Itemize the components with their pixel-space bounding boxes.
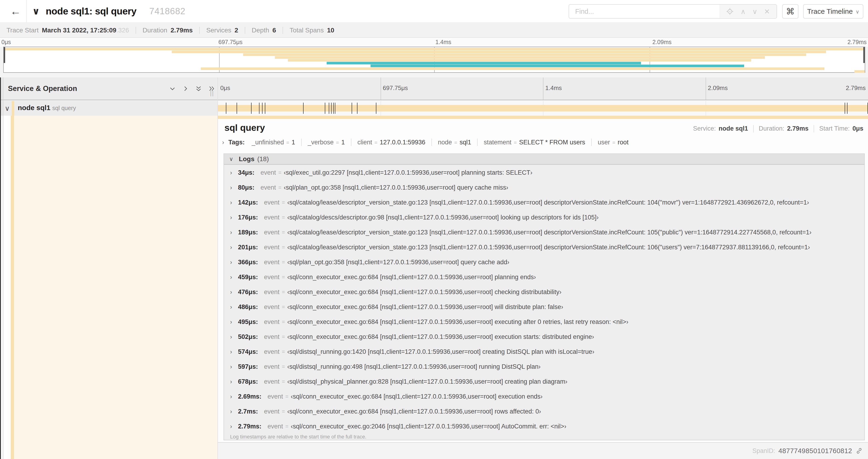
- logs-label: Logs: [239, 155, 254, 163]
- expand-one-icon[interactable]: [182, 85, 189, 92]
- log-equals: =: [282, 349, 285, 355]
- logs-header[interactable]: ∨ Logs (18): [224, 154, 864, 165]
- log-event-marker: [259, 103, 259, 114]
- trace-view-label: Trace Timeline: [807, 7, 853, 15]
- log-equals: =: [285, 393, 288, 400]
- summary-label: Duration: [143, 27, 167, 34]
- log-field-key: event: [264, 303, 280, 311]
- log-message: ‹sql/conn_executor_exec.go:684 [nsql1,cl…: [287, 273, 536, 281]
- minimap-canvas[interactable]: [3, 47, 865, 73]
- trace-summary: Trace Start March 31 2022, 17:25:09 .326…: [0, 23, 868, 38]
- collapse-all-icon[interactable]: [195, 85, 202, 92]
- locate-icon[interactable]: [726, 7, 734, 15]
- find-group: ∧ ∨ ✕: [569, 4, 777, 19]
- minimap-span: [288, 59, 751, 62]
- log-row[interactable]: › 80μs: event = ‹sql/plan_opt.go:358 [ns…: [224, 180, 864, 195]
- log-row[interactable]: › 495μs: event = ‹sql/conn_executor_exec…: [224, 315, 864, 329]
- log-timestamp: 2.69ms:: [238, 393, 261, 400]
- log-event-marker: [251, 103, 251, 114]
- chevron-right-icon: ›: [222, 139, 224, 146]
- log-equals: =: [282, 334, 285, 340]
- log-timestamp: 189μs:: [238, 229, 258, 236]
- summary-item: Services 2: [206, 27, 238, 34]
- service-color-stripe: [12, 101, 14, 116]
- log-field-key: event: [264, 348, 280, 355]
- keyboard-shortcuts-button[interactable]: ⌘: [782, 4, 799, 19]
- span-row-name-cell[interactable]: ∨ node sql1 sql query: [0, 101, 217, 116]
- log-timestamp: 80μs:: [238, 184, 254, 191]
- summary-item: Depth 6: [252, 27, 276, 34]
- tick-label: 2.09ms: [706, 85, 728, 92]
- log-timestamp: 678μs:: [238, 378, 258, 385]
- tag-separator: [351, 138, 351, 146]
- log-field-key: event: [264, 259, 280, 266]
- summary-item: Trace Start March 31 2022, 17:25:09 .326: [6, 27, 129, 34]
- log-row[interactable]: › 2.7ms: event = ‹sql/conn_executor_exec…: [224, 404, 864, 419]
- log-timestamp: 2.79ms:: [238, 423, 261, 430]
- chevron-down-icon[interactable]: ∨: [752, 7, 757, 15]
- log-equals: =: [282, 214, 285, 221]
- collapse-one-icon[interactable]: [169, 85, 176, 92]
- minimap-scrubber-right[interactable]: [863, 47, 865, 63]
- log-row[interactable]: › 2.79ms: event = ‹sql/conn_executor_exe…: [224, 419, 864, 434]
- chevron-down-icon[interactable]: ∨: [5, 104, 10, 112]
- log-timestamp: 495μs:: [238, 318, 258, 326]
- log-row[interactable]: › 34μs: event = ‹sql/exec_util.go:2297 […: [224, 165, 864, 180]
- summary-label: Total Spans: [289, 27, 323, 34]
- log-row[interactable]: › 486μs: event = ‹sql/conn_executor_exec…: [224, 299, 864, 315]
- log-row[interactable]: › 597μs: event = ‹sql/distsql_running.go…: [224, 359, 864, 374]
- log-row[interactable]: › 189μs: event = ‹sql/catalog/lease/desc…: [224, 225, 864, 240]
- chevron-down-icon: ∨: [856, 9, 859, 15]
- log-field-key: event: [260, 169, 276, 176]
- log-row[interactable]: › 2.69ms: event = ‹sql/conn_executor_exe…: [224, 389, 864, 404]
- log-row[interactable]: › 176μs: event = ‹sql/catalog/descs/desc…: [224, 210, 864, 225]
- selected-row-highlight: [14, 116, 217, 459]
- log-row[interactable]: › 574μs: event = ‹sql/distsql_running.go…: [224, 344, 864, 359]
- left-edge-guide: [3, 116, 3, 459]
- span-duration-bar[interactable]: [218, 105, 868, 111]
- meta-separator: [814, 125, 814, 132]
- chevron-up-icon[interactable]: ∧: [741, 7, 746, 15]
- find-input[interactable]: [569, 5, 719, 18]
- log-row[interactable]: › 366μs: event = ‹sql/plan_opt.go:358 [n…: [224, 255, 864, 270]
- collapse-title-icon[interactable]: ∨: [32, 0, 40, 22]
- log-timestamp: 476μs:: [238, 289, 258, 296]
- tag-value: 1: [341, 139, 345, 146]
- span-service-name: node sql1: [18, 104, 51, 112]
- tag-equals: =: [612, 140, 615, 146]
- summary-separator: [135, 27, 136, 34]
- log-row[interactable]: › 476μs: event = ‹sql/conn_executor_exec…: [224, 285, 864, 299]
- log-row[interactable]: › 201μs: event = ‹sql/catalog/lease/desc…: [224, 240, 864, 255]
- panel-divider[interactable]: [217, 77, 218, 459]
- tick-label: 2.79ms: [847, 39, 868, 45]
- tag-separator: [301, 138, 302, 146]
- minimap-span: [327, 62, 641, 64]
- tick-label: 697.75μs: [380, 85, 408, 92]
- link-icon[interactable]: [856, 447, 863, 455]
- log-field-key: event: [264, 199, 280, 206]
- chevron-right-icon: ›: [230, 259, 238, 266]
- tags-list: _unfinished = 1 _verbose = 1 client = 12…: [252, 138, 629, 146]
- log-row[interactable]: › 678μs: event = ‹sql/distsql_physical_p…: [224, 374, 864, 389]
- log-row[interactable]: › 459μs: event = ‹sql/conn_executor_exec…: [224, 270, 864, 285]
- tags-accordion[interactable]: › Tags: _unfinished = 1 _verbose = 1 cli…: [222, 138, 629, 146]
- timeline-ticks-header: 0μs697.75μs1.4ms2.09ms2.79ms: [218, 77, 868, 100]
- tag-equals: =: [336, 140, 339, 146]
- log-field-key: event: [264, 273, 280, 281]
- trace-view-selector[interactable]: Trace Timeline ∨: [803, 4, 863, 19]
- log-row[interactable]: › 142μs: event = ‹sql/catalog/lease/desc…: [224, 195, 864, 210]
- minimap-span: [172, 51, 826, 53]
- close-icon[interactable]: ✕: [764, 7, 770, 15]
- minimap-scrubber-left[interactable]: [4, 47, 5, 63]
- log-row[interactable]: › 502μs: event = ‹sql/conn_executor_exec…: [224, 329, 864, 344]
- span-row-timeline-cell[interactable]: [218, 101, 868, 116]
- log-event-marker: [303, 103, 304, 114]
- back-icon[interactable]: ←: [5, 0, 26, 22]
- log-timestamp: 176μs:: [238, 214, 258, 221]
- log-event-marker: [847, 103, 847, 114]
- minimap-span: [243, 54, 806, 56]
- column-resize-handle[interactable]: ||: [210, 90, 214, 97]
- tag-value: 127.0.0.1:59936: [380, 139, 425, 146]
- log-timestamp: 142μs:: [238, 199, 258, 206]
- tag-equals: =: [454, 140, 457, 146]
